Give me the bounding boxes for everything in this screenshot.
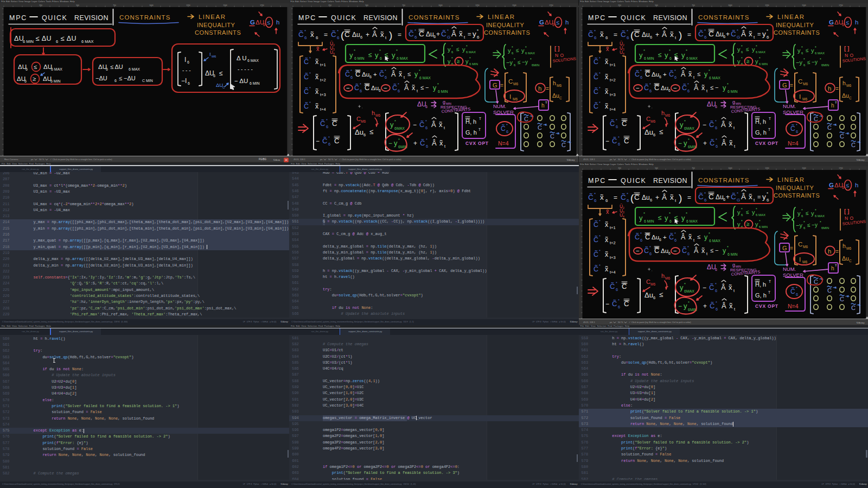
- svg-text:C: C: [559, 96, 562, 100]
- svg-text:C: C: [561, 142, 566, 148]
- svg-text:750: 750: [692, 4, 695, 7]
- svg-text:1750: 1750: [260, 4, 264, 7]
- svg-text:250: 250: [329, 4, 332, 7]
- svg-text:y: y: [639, 51, 643, 59]
- svg-text:6: 6: [618, 142, 620, 147]
- svg-text:+: +: [655, 194, 659, 201]
- svg-text:*: *: [796, 123, 797, 128]
- svg-text:G: G: [829, 19, 834, 26]
- svg-text:x̃: x̃: [729, 283, 732, 291]
- svg-text:−: −: [346, 85, 350, 91]
- svg-text:y: y: [414, 71, 418, 78]
- svg-text:REVISION: REVISION: [74, 14, 108, 22]
- svg-text:≤: ≤: [846, 19, 849, 26]
- svg-text:2: 2: [623, 206, 624, 210]
- svg-text:M6: M6: [846, 84, 851, 87]
- svg-text:C̃: C̃: [635, 233, 640, 241]
- svg-text:CONSTRAINTS: CONSTRAINTS: [409, 14, 459, 21]
- svg-text:*: *: [715, 282, 717, 287]
- svg-text:y: y: [508, 47, 511, 54]
- svg-text:6: 6: [56, 39, 58, 44]
- svg-text:Δu: Δu: [716, 193, 724, 201]
- svg-text:*: *: [599, 234, 601, 239]
- svg-text:MPC: MPC: [9, 14, 27, 22]
- svg-text:*: *: [594, 192, 596, 197]
- svg-text:500: 500: [655, 4, 658, 7]
- svg-text:G: G: [250, 19, 255, 26]
- svg-text:6: 6: [506, 129, 508, 134]
- svg-text:−y: −y: [506, 59, 513, 66]
- svg-text:*: *: [756, 45, 757, 48]
- svg-text:x̃: x̃: [605, 58, 609, 66]
- svg-text:250: 250: [39, 4, 42, 7]
- svg-text:≤: ≤: [516, 47, 519, 53]
- svg-text:6 MIN: 6 MIN: [50, 79, 61, 83]
- svg-text:✓ Click to paint (try Shift fo: ✓ Click to paint (try Shift for a straig…: [339, 158, 401, 161]
- svg-text:y: y: [473, 30, 476, 38]
- svg-text:M6: M6: [803, 82, 808, 86]
- svg-text:h: h: [828, 248, 831, 255]
- svg-text:+: +: [373, 71, 377, 78]
- svg-text:≤ −ΔU: ≤ −ΔU: [119, 75, 136, 81]
- svg-text:≤: ≤: [659, 290, 663, 299]
- svg-text:M6: M6: [665, 113, 670, 117]
- svg-text:≤: ≤: [658, 51, 662, 59]
- svg-text:✓ Click to paint (try Shift fo: ✓ Click to paint (try Shift for a straig…: [629, 321, 691, 324]
- svg-text:x̃: x̃: [315, 103, 319, 110]
- svg-text:C̃: C̃: [612, 299, 617, 307]
- svg-text:*: *: [709, 231, 710, 236]
- svg-text:C: C: [814, 116, 818, 122]
- svg-text:G: G: [737, 35, 740, 40]
- svg-text:*: *: [686, 211, 687, 216]
- svg-text:File Edit Select View: File Edit Select View Image Layer Colors…: [580, 1, 653, 3]
- svg-text:x̃: x̃: [605, 103, 609, 110]
- svg-text:C̃: C̃: [331, 30, 336, 39]
- svg-text:y: y: [433, 84, 437, 92]
- svg-text:- - -: - - -: [182, 67, 191, 73]
- svg-text:x̃: x̃: [749, 193, 752, 201]
- svg-text:6: 6: [425, 105, 427, 109]
- svg-text:*: *: [379, 48, 381, 53]
- svg-text:=: =: [757, 31, 761, 37]
- svg-text:*: *: [350, 68, 352, 73]
- svg-text:M6: M6: [513, 82, 518, 86]
- svg-text:File Edit Select View: File Edit Select View Image Layer Colors…: [2, 1, 75, 3]
- svg-text:*: *: [599, 249, 601, 253]
- svg-text:y: y: [684, 302, 687, 310]
- svg-text:Δ U: Δ U: [237, 55, 247, 61]
- svg-text:C: C: [851, 305, 856, 311]
- svg-text:g: g: [732, 262, 735, 268]
- svg-text:*: *: [684, 119, 686, 124]
- svg-text:*: *: [451, 56, 453, 60]
- svg-text:T: T: [769, 117, 771, 121]
- svg-text:C: C: [646, 278, 650, 285]
- svg-text:C̃: C̃: [621, 30, 626, 39]
- svg-text:MPC: MPC: [298, 14, 316, 22]
- svg-text:6: 6: [715, 125, 717, 130]
- svg-text:*: *: [704, 28, 706, 33]
- svg-text:6 MIN: 6 MIN: [759, 225, 768, 229]
- svg-text:Â: Â: [432, 139, 437, 147]
- svg-text:y: y: [737, 46, 741, 53]
- svg-text:t+1: t+1: [320, 62, 326, 67]
- svg-text:Â: Â: [404, 84, 409, 92]
- svg-text:C̃: C̃: [669, 233, 674, 241]
- svg-text:C̃: C̃: [304, 58, 309, 66]
- svg-text:C̃: C̃: [669, 70, 674, 78]
- svg-text:h: h: [661, 110, 665, 116]
- svg-text:6: 6: [363, 132, 366, 137]
- svg-text:Δu: Δu: [642, 31, 650, 39]
- svg-text:y: y: [521, 47, 525, 54]
- svg-text:y: y: [762, 30, 766, 38]
- svg-text:y: y: [737, 209, 741, 216]
- svg-text:x̃: x̃: [701, 84, 705, 92]
- svg-text:G: G: [829, 182, 834, 188]
- svg-text:y: y: [680, 121, 684, 129]
- svg-text:Δu: Δu: [426, 30, 434, 38]
- svg-text:,: ,: [652, 105, 652, 109]
- svg-text:6 MAX: 6 MAX: [466, 50, 476, 54]
- svg-text:C: C: [646, 116, 650, 122]
- svg-text:6: 6: [640, 75, 642, 80]
- svg-text:1000: 1000: [728, 167, 732, 169]
- svg-text:C̃: C̃: [593, 250, 598, 258]
